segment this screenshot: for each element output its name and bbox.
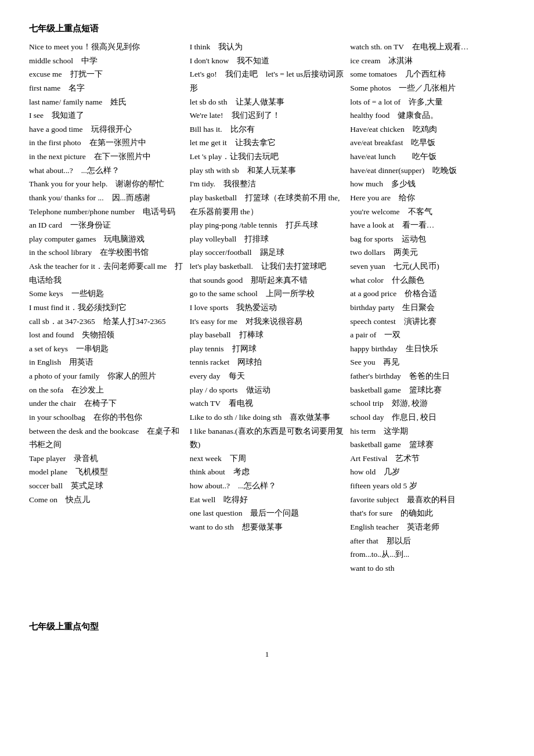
list-item: father's birthday 爸爸的生日 (350, 369, 505, 383)
list-item: Like to do sth / like doing sth 喜欢做某事 (190, 411, 345, 424)
list-item: after that 那以后 (350, 534, 505, 548)
list-item: Art Festival 艺术节 (350, 452, 505, 466)
list-item: play / do sports 做运动 (190, 383, 345, 397)
list-item: model plane 飞机模型 (29, 465, 184, 479)
list-item: healthy food 健康食品。 (350, 109, 505, 123)
list-item: think about 考虑 (190, 465, 345, 479)
list-item: Let 's play．让我们去玩吧 (190, 150, 345, 164)
list-item: play sth with sb 和某人玩某事 (190, 164, 345, 178)
list-item: that's for sure 的确如此 (350, 506, 505, 520)
list-item: let me get it 让我去拿它 (190, 136, 345, 150)
list-item: Telephone number/phone number 电话号码 (29, 205, 184, 219)
list-item: watch sth. on TV 在电视上观看… (350, 40, 505, 54)
list-item: school trip 郊游, 校游 (350, 397, 505, 411)
list-item: what about...? ...怎么样？ (29, 164, 184, 178)
list-item: thank you/ thanks for ... 因...而感谢 (29, 191, 184, 205)
list-item: how old 几岁 (350, 465, 505, 479)
list-item: Some keys 一些钥匙 (29, 287, 184, 301)
list-item: Eat well 吃得好 (190, 493, 345, 507)
list-item: under the chair 在椅子下 (29, 397, 184, 411)
list-item: on the sofa 在沙发上 (29, 383, 184, 397)
list-item: go to the same school 上同一所学校 (190, 287, 345, 301)
list-item: play basketball 打篮球（在球类前不用 the,在乐器前要用 th… (190, 191, 345, 218)
list-item: you're welcome 不客气 (350, 205, 505, 219)
list-item: have/eat dinner(supper) 吃晚饭 (350, 164, 505, 178)
list-item: play volleyball 打排球 (190, 232, 345, 246)
list-item: at a good price 价格合适 (350, 287, 505, 301)
list-item: bag for sports 运动包 (350, 232, 505, 246)
list-item: English teacher 英语老师 (350, 520, 505, 534)
list-item: basketball game 篮球赛 (350, 438, 505, 452)
list-item: Thank you for your help. 谢谢你的帮忙 (29, 177, 184, 191)
list-item: tennis racket 网球拍 (190, 355, 345, 369)
list-item: seven yuan 七元(人民币) (350, 260, 505, 273)
list-item: have/eat lunch 吃午饭 (350, 150, 505, 164)
list-item: between the desk and the bookcase 在桌子和书柜… (29, 424, 184, 452)
list-item: two dollars 两美元 (350, 246, 505, 260)
list-item: We're late! 我们迟到了！ (190, 109, 345, 123)
list-item: middle school 中学 (29, 54, 184, 68)
list-item: ave/eat breakfast 吃早饭 (350, 136, 505, 150)
list-item: next week 下周 (190, 452, 345, 466)
list-item: want to do sth (350, 561, 505, 575)
list-item: I don't know 我不知道 (190, 54, 345, 68)
list-item: from...to..从...到... (350, 548, 505, 561)
list-item: Nice to meet you！很高兴见到你 (29, 40, 184, 54)
list-item: Tape player 录音机 (29, 452, 184, 466)
list-item: lots of = a lot of 许多,大量 (350, 95, 505, 109)
list-item: call sb．at 347-2365 给某人打347-2365 (29, 315, 184, 329)
list-item: every day 每天 (190, 369, 345, 383)
list-item: excuse me 打扰一下 (29, 67, 184, 81)
list-item: an ID card 一张身份证 (29, 218, 184, 232)
list-item: Let's go! 我们走吧 let's = let us后接动词原形 (190, 67, 345, 95)
list-item: basketball game 篮球比赛 (350, 383, 505, 397)
page-number: 1 (29, 650, 505, 659)
list-item: speech contest 演讲比赛 (350, 315, 505, 329)
list-item: favorite subject 最喜欢的科目 (350, 493, 505, 507)
list-item: fifteen years old 5 岁 (350, 479, 505, 493)
list-item: I see 我知道了 (29, 109, 184, 123)
list-item: want to do sth 想要做某事 (190, 520, 345, 534)
column-3: watch sth. on TV 在电视上观看…ice cream 冰淇淋som… (350, 40, 505, 575)
list-item: in English 用英语 (29, 355, 184, 369)
list-item: let's play basketball. 让我们去打篮球吧 (190, 260, 345, 273)
list-item: ice cream 冰淇淋 (350, 54, 505, 68)
list-item: in your schoolbag 在你的书包你 (29, 411, 184, 424)
list-item: lost and found 失物招领 (29, 328, 184, 342)
list-item: some tomatoes 几个西红柿 (350, 67, 505, 81)
list-item: happy birthday 生日快乐 (350, 342, 505, 356)
list-item: play soccer/football 踢足球 (190, 246, 345, 260)
column-2: I think 我认为I don't know 我不知道Let's go! 我们… (190, 40, 351, 575)
list-item: a set of keys 一串钥匙 (29, 342, 184, 356)
list-item: in the next picture 在下一张照片中 (29, 150, 184, 164)
list-item: I must find it．我必须找到它 (29, 301, 184, 315)
list-item: Have/eat chicken 吃鸡肉 (350, 123, 505, 136)
list-item: It's easy for me 对我来说很容易 (190, 315, 345, 329)
list-item: play baseball 打棒球 (190, 328, 345, 342)
page-title: 七年级上重点短语 (29, 23, 505, 34)
list-item: play computer games 玩电脑游戏 (29, 232, 184, 246)
list-item: I love sports 我热爱运动 (190, 301, 345, 315)
list-item: in the first photo 在第一张照片中 (29, 136, 184, 150)
list-item: how much 多少钱 (350, 177, 505, 191)
list-item: Here you are 给你 (350, 191, 505, 205)
list-item: a pair of 一双 (350, 328, 505, 342)
list-item: I like bananas.(喜欢的东西是可数名词要用复数) (190, 424, 345, 452)
list-item: watch TV 看电视 (190, 397, 345, 411)
list-item: how about..? ...怎么样？ (190, 479, 345, 493)
list-item: play ping-pong /table tennis 打乒乓球 (190, 218, 345, 232)
list-item: I think 我认为 (190, 40, 345, 54)
column-1: Nice to meet you！很高兴见到你middle school 中学e… (29, 40, 190, 575)
list-item: one last question 最后一个问题 (190, 506, 345, 520)
list-item: have a look at 看一看… (350, 218, 505, 232)
list-item: play tennis 打网球 (190, 342, 345, 356)
list-item: Bill has it. 比尔有 (190, 123, 345, 136)
list-item: let sb do sth 让某人做某事 (190, 95, 345, 109)
list-item: what color 什么颜色 (350, 273, 505, 287)
list-item: soccer ball 英式足球 (29, 479, 184, 493)
list-item: first name 名字 (29, 81, 184, 95)
list-item: birthday party 生日聚会 (350, 301, 505, 315)
list-item: have a good time 玩得很开心 (29, 123, 184, 136)
list-item: his term 这学期 (350, 424, 505, 438)
footer-title: 七年级上重点句型 (29, 621, 505, 632)
